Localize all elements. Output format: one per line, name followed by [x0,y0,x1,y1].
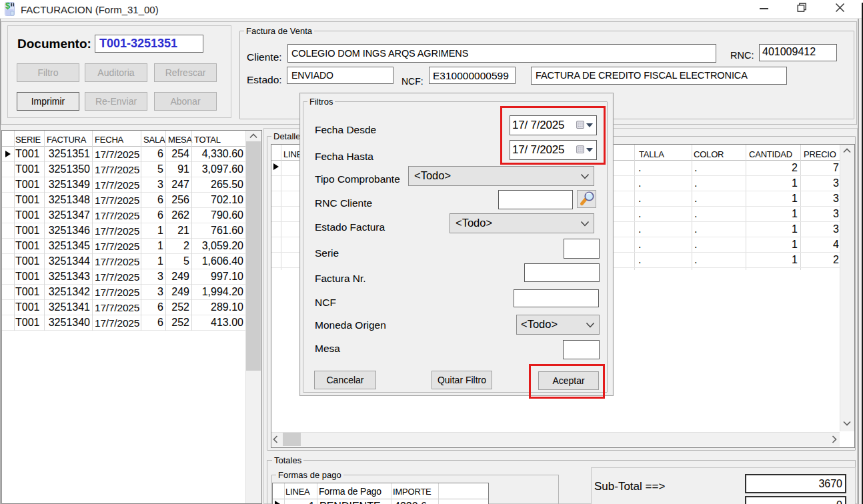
svg-text:$: $ [5,1,11,11]
